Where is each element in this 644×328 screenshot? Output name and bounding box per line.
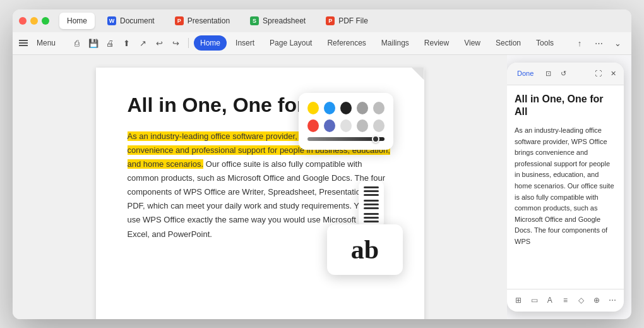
mobile-title: All in One, One for All <box>515 93 616 119</box>
color-row-1 <box>307 102 385 114</box>
tab-pdf[interactable]: P PDF File <box>318 13 376 29</box>
text-align-popup <box>359 181 384 228</box>
ribbon-tab-view[interactable]: View <box>458 35 487 51</box>
align-center-icon[interactable] <box>364 200 379 209</box>
toolbar-right: ↑ ⋯ ⌄ <box>572 35 625 51</box>
color-white[interactable] <box>340 119 352 132</box>
quick-actions: ⎙ 💾 🖨 ⬆ ↗ ↩ ↪ <box>69 35 183 51</box>
color-slider-thumb <box>372 135 379 143</box>
ribbon-tab-mailings[interactable]: Mailings <box>375 35 415 51</box>
share-icon[interactable]: ↗ <box>135 35 150 51</box>
font-popup: ab <box>327 224 403 275</box>
font-ab-label: ab <box>351 234 379 265</box>
menu-group: Menu <box>19 35 62 51</box>
traffic-lights <box>19 17 49 25</box>
mobile-plus-icon[interactable]: ⊕ <box>590 294 603 307</box>
color-gray-3[interactable] <box>373 119 385 132</box>
color-blue[interactable] <box>324 102 335 114</box>
pdf-label: PDF File <box>338 16 368 25</box>
ppt-icon: P <box>175 16 184 25</box>
export-icon[interactable]: ⬆ <box>119 35 134 51</box>
mobile-header: Done ⊡ ↺ ⛶ ✕ <box>507 63 624 85</box>
app-window: Home W Document P Presentation S Spreads… <box>13 9 631 319</box>
main-area: All in One, One for All As an industry-l… <box>13 55 631 319</box>
title-bar: Home W Document P Presentation S Spreads… <box>13 9 631 32</box>
new-icon[interactable]: ⎙ <box>69 35 85 51</box>
color-light-gray[interactable] <box>373 102 385 114</box>
undo-icon[interactable]: ↩ <box>152 35 167 51</box>
more-icon[interactable]: ⋯ <box>591 35 606 51</box>
mobile-grid-icon[interactable]: ⊞ <box>512 294 525 307</box>
mobile-content: All in One, One for All As an industry-l… <box>507 85 624 289</box>
mobile-footer: ⊞ ▭ A ≡ ◇ ⊕ ⋯ <box>507 289 624 312</box>
tab-home[interactable]: Home <box>59 13 95 29</box>
minimize-button[interactable] <box>30 17 38 25</box>
pdf-icon: P <box>326 16 335 25</box>
mobile-fullscreen-icon[interactable]: ⛶ <box>592 68 604 79</box>
tab-document[interactable]: W Document <box>100 13 162 29</box>
ribbon-tab-page-layout[interactable]: Page Layout <box>263 35 318 51</box>
mobile-done-button[interactable]: Done <box>512 66 539 80</box>
chevron-down-icon[interactable]: ⌄ <box>610 35 625 51</box>
color-red[interactable] <box>307 119 319 132</box>
color-gray-2[interactable] <box>357 119 368 132</box>
doc-corner <box>412 68 424 80</box>
close-button[interactable] <box>19 17 27 25</box>
mobile-body: As an industry-leading office software p… <box>515 125 616 248</box>
tab-spreadsheet[interactable]: S Spreadsheet <box>242 13 313 29</box>
mobile-panel: Done ⊡ ↺ ⛶ ✕ All in One, One for All As … <box>507 63 624 312</box>
print-icon[interactable]: 🖨 <box>102 35 117 51</box>
document-label: Document <box>120 16 155 25</box>
sheet-icon: S <box>250 16 259 25</box>
save-icon[interactable]: 💾 <box>86 35 101 51</box>
document-area: All in One, One for All As an industry-l… <box>13 55 507 319</box>
mobile-expand-icon[interactable]: ⊡ <box>542 68 554 79</box>
tab-presentation[interactable]: P Presentation <box>167 13 237 29</box>
color-gray[interactable] <box>357 102 368 114</box>
align-right-icon[interactable] <box>364 213 379 222</box>
upload-icon[interactable]: ↑ <box>572 35 587 51</box>
mobile-more-icon[interactable]: ⋯ <box>606 294 619 307</box>
mobile-rotate-icon[interactable]: ↺ <box>558 68 569 79</box>
separator-1 <box>188 38 189 48</box>
color-yellow[interactable] <box>307 102 319 114</box>
ribbon-tab-insert[interactable]: Insert <box>229 35 261 51</box>
home-label: Home <box>67 16 87 25</box>
toolbar: Menu ⎙ 💾 🖨 ⬆ ↗ ↩ ↪ Home Insert Page Layo… <box>13 32 631 55</box>
color-indigo[interactable] <box>324 119 335 132</box>
ribbon-tab-home[interactable]: Home <box>194 35 227 51</box>
ribbon-tab-references[interactable]: References <box>321 35 372 51</box>
ribbon-tab-tools[interactable]: Tools <box>530 35 560 51</box>
menu-button[interactable]: Menu <box>30 35 62 51</box>
ribbon-tab-review[interactable]: Review <box>418 35 455 51</box>
color-black[interactable] <box>340 102 352 114</box>
presentation-label: Presentation <box>188 16 230 25</box>
align-left-icon[interactable] <box>364 186 379 196</box>
doc-icon: W <box>107 16 116 25</box>
ribbon-tab-section[interactable]: Section <box>489 35 527 51</box>
spreadsheet-label: Spreadsheet <box>263 16 306 25</box>
maximize-button[interactable] <box>42 17 49 25</box>
mobile-image-icon[interactable]: ▭ <box>528 294 540 307</box>
hamburger-icon[interactable] <box>19 40 28 46</box>
color-slider[interactable] <box>307 137 385 141</box>
mobile-close-icon[interactable]: ✕ <box>607 68 619 79</box>
mobile-list-icon[interactable]: ≡ <box>559 294 571 307</box>
redo-icon[interactable]: ↪ <box>168 35 183 51</box>
mobile-text-icon[interactable]: A <box>544 294 556 307</box>
color-picker-popup <box>299 93 393 150</box>
color-row-2 <box>307 119 385 132</box>
mobile-shape-icon[interactable]: ◇ <box>575 294 587 307</box>
